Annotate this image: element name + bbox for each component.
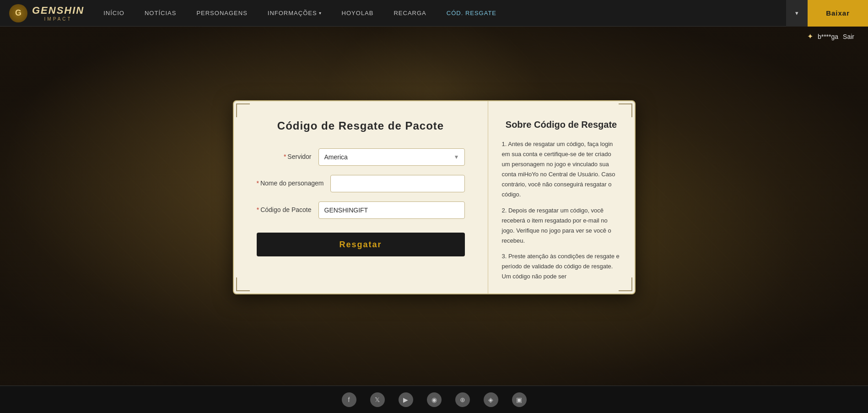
server-required-star: * [284,153,286,160]
footer-instagram-icon[interactable]: ◉ [427,392,442,407]
lang-arrow-icon: ▾ [795,10,798,16]
nav-item-inicio[interactable]: INÍCIO [93,0,135,27]
character-field-row: *Nome do personagem [257,175,465,192]
logo-title: Genshin [32,5,84,16]
redemption-modal: Código de Resgate de Pacote *Servidor Am… [233,100,636,294]
nav-menu: INÍCIO NOTÍCIAS PERSONAGENS INFORMAÇÕES … [93,0,786,27]
user-bar: ✦ b****ga Sair [807,32,854,41]
dropdown-arrow-icon: ▾ [319,11,322,16]
character-required-star: * [257,179,259,187]
language-selector[interactable]: ▾ [786,0,808,27]
nav-item-informacoes-label: INFORMAÇÕES [268,10,317,16]
info-title: Sobre Código de Resgate [502,120,621,130]
footer-twitter-icon[interactable]: 𝕏 [370,392,385,407]
nav-item-cod-resgate[interactable]: CÓD. RESGATE [437,0,507,27]
server-select-wrapper: America Europe Asia TW, HK, MO ▼ [318,148,465,166]
redeem-button[interactable]: Resgatar [257,233,465,256]
download-button[interactable]: Baixar [808,0,868,27]
navbar-right: ▾ Baixar [786,0,868,27]
user-star-icon: ✦ [807,32,813,41]
server-field-row: *Servidor America Europe Asia TW, HK, MO… [257,148,465,166]
corner-decoration-br [619,277,632,291]
info-paragraph-3: 3. Preste atenção às condições de resgat… [502,251,621,282]
server-label: *Servidor [257,152,312,162]
main-content: Código de Resgate de Pacote *Servidor Am… [0,0,868,359]
code-field-row: *Código de Pacote [257,201,465,219]
corner-decoration-tr [619,103,632,117]
navbar: G Genshin Impact INÍCIO NOTÍCIAS PERSONA… [0,0,868,27]
footer-youtube-icon[interactable]: ▶ [399,392,413,407]
logo-text: Genshin Impact [32,5,84,22]
nav-item-hoyolab[interactable]: HoYoLAB [332,0,384,27]
character-input[interactable] [330,175,464,192]
corner-decoration-bl [236,277,250,291]
logo[interactable]: G Genshin Impact [0,4,93,22]
code-input[interactable] [318,201,465,219]
footer-reddit-icon[interactable]: ◈ [484,392,498,407]
logout-button[interactable]: Sair [843,33,854,40]
nav-item-informacoes[interactable]: INFORMAÇÕES ▾ [258,0,332,27]
corner-decoration-tl [236,103,250,117]
footer-facebook-icon[interactable]: f [342,392,356,407]
character-label: *Nome do personagem [257,179,324,188]
nav-item-noticias[interactable]: NOTÍCIAS [135,0,186,27]
form-title: Código de Resgate de Pacote [257,120,465,132]
logo-icon: G [9,4,27,22]
info-panel: Sobre Código de Resgate 1. Antes de resg… [488,101,635,293]
code-required-star: * [257,206,259,213]
footer-bilibili-icon[interactable]: ▣ [512,392,527,407]
username-display: b****ga [818,33,838,40]
code-label: *Código de Pacote [257,206,312,215]
form-panel: Código de Resgate de Pacote *Servidor Am… [234,101,488,293]
footer-discord-icon[interactable]: ⊕ [455,392,470,407]
server-select[interactable]: America Europe Asia TW, HK, MO [318,148,465,166]
nav-item-personagens[interactable]: PERSONAGENS [186,0,257,27]
info-paragraph-1: 1. Antes de resgatar um código, faça log… [502,139,621,200]
nav-item-recarga[interactable]: RECARGA [383,0,436,27]
footer: f 𝕏 ▶ ◉ ⊕ ◈ ▣ [0,386,868,413]
info-paragraph-2: 2. Depois de resgatar um código, você re… [502,206,621,246]
logo-subtitle: Impact [44,16,72,22]
